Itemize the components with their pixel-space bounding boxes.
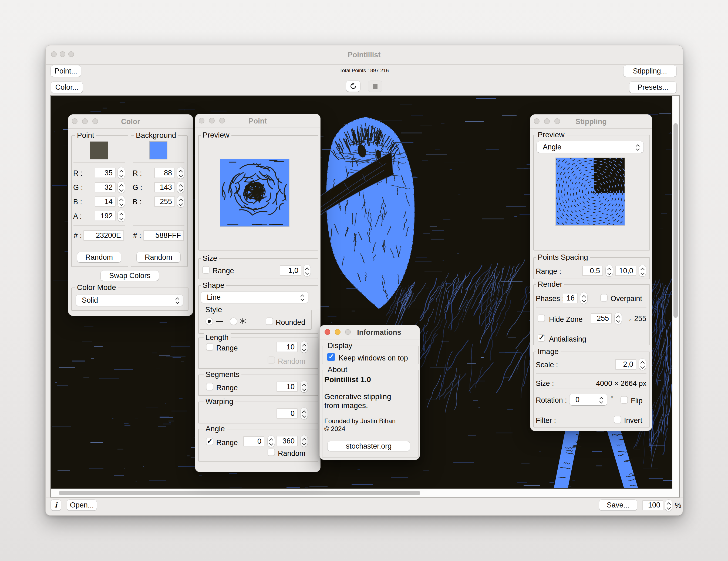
size-range-checkbox[interactable] [202, 266, 210, 273]
overpaint-checkbox[interactable] [600, 294, 608, 301]
refresh-button[interactable] [346, 81, 360, 92]
angle-min-input[interactable]: 0 [243, 436, 264, 446]
warping-input[interactable]: 0 [277, 408, 298, 419]
point-color-swatch[interactable] [90, 142, 108, 159]
hide-zone-checkbox[interactable] [538, 315, 545, 322]
background-hex-input[interactable]: 588FFF [143, 230, 184, 241]
angle-min-stepper[interactable] [268, 436, 275, 447]
point-b-stepper[interactable] [118, 196, 125, 207]
size-input[interactable]: 1,0 [280, 265, 301, 275]
stippling-button[interactable]: Stippling... [623, 65, 676, 77]
background-color-swatch[interactable] [150, 142, 167, 159]
point-titlebar[interactable]: Point [195, 114, 320, 128]
point-a-input[interactable]: 192 [95, 211, 116, 221]
divider [73, 162, 125, 163]
style-line-radio[interactable] [205, 318, 213, 325]
line-style-icon [216, 321, 223, 322]
presets-button[interactable]: Presets... [629, 82, 676, 93]
preview-mode-dropdown[interactable]: Angle [537, 141, 643, 153]
size-stepper[interactable] [304, 265, 311, 276]
background-random-button[interactable]: Random [137, 252, 180, 262]
background-b-stepper[interactable] [177, 196, 184, 207]
save-button[interactable]: Save... [599, 500, 637, 510]
swap-colors-button[interactable]: Swap Colors [101, 270, 159, 281]
hide-zone-stepper[interactable] [615, 313, 622, 324]
point-a-stepper[interactable] [118, 210, 125, 221]
scale-input[interactable]: 2,0 [615, 359, 636, 370]
antialiasing-checkbox[interactable] [538, 334, 545, 342]
flip-checkbox[interactable] [621, 396, 628, 404]
angle-max-input[interactable]: 360 [277, 436, 298, 446]
point-g-input[interactable]: 32 [95, 182, 116, 192]
panel-title: Informations [339, 328, 420, 337]
close-icon[interactable] [325, 329, 330, 335]
point-color-group-label: Point [75, 131, 96, 140]
angle-group-label: Angle [204, 425, 227, 433]
segments-input[interactable]: 10 [277, 382, 298, 392]
angle-max-stepper[interactable] [301, 435, 308, 447]
rotation-dropdown[interactable]: 0 [569, 394, 607, 405]
style-star-radio[interactable] [230, 318, 237, 325]
stop-button[interactable] [368, 81, 382, 92]
r-label: R : [133, 169, 142, 177]
length-group-label: Length [204, 333, 231, 342]
point-b-input[interactable]: 14 [95, 196, 116, 207]
background-b-input[interactable]: 255 [154, 196, 175, 207]
g-label: G : [73, 183, 83, 192]
length-stepper[interactable] [301, 341, 308, 353]
keep-on-top-checkbox[interactable] [327, 353, 335, 361]
points-spacing-group-label: Points Spacing [536, 253, 590, 261]
informations-titlebar[interactable]: Informations [320, 325, 420, 340]
color-titlebar[interactable]: Color [68, 115, 193, 129]
spacing-min-input[interactable]: 0,5 [582, 265, 603, 276]
length-range-label: Range [216, 344, 238, 353]
point-g-stepper[interactable] [118, 181, 125, 193]
zoom-input[interactable]: 100 [642, 500, 663, 510]
antialiasing-label: Antialiasing [549, 335, 586, 344]
divider [536, 328, 646, 328]
spacing-max-stepper[interactable] [639, 265, 646, 276]
info-button[interactable]: i [51, 500, 61, 510]
phases-input[interactable]: 16 [563, 293, 578, 303]
warping-stepper[interactable] [301, 408, 308, 419]
point-r-input[interactable]: 35 [95, 168, 116, 178]
stop-icon [373, 84, 378, 89]
window-title: Pointillist [46, 51, 683, 59]
length-range-checkbox[interactable] [206, 343, 213, 351]
length-random-checkbox[interactable] [268, 357, 275, 364]
background-r-stepper[interactable] [177, 167, 184, 179]
background-g-stepper[interactable] [177, 181, 184, 193]
hide-zone-input[interactable]: 255 [591, 313, 612, 324]
desktop: Pointillist Point... Color... Total Poin… [0, 0, 728, 561]
shape-dropdown[interactable]: Line [201, 292, 308, 303]
segments-stepper[interactable] [301, 381, 308, 392]
rounded-checkbox[interactable] [266, 318, 273, 325]
v-scrollbar-thumb[interactable] [673, 123, 678, 318]
phases-stepper[interactable] [580, 293, 587, 304]
angle-random-label: Random [278, 449, 305, 458]
color-mode-dropdown[interactable]: Solid [76, 295, 183, 306]
zoom-stepper[interactable] [665, 500, 672, 511]
website-button[interactable]: stochaster.org [328, 441, 410, 451]
main-titlebar[interactable]: Pointillist [46, 45, 683, 65]
point-hex-input[interactable]: 23200E [83, 230, 124, 241]
point-random-button[interactable]: Random [77, 252, 121, 262]
background-g-input[interactable]: 143 [154, 182, 175, 192]
segments-range-checkbox[interactable] [206, 383, 213, 390]
color-button[interactable]: Color... [51, 82, 83, 93]
background-r-input[interactable]: 88 [154, 168, 175, 178]
angle-range-checkbox[interactable] [206, 438, 213, 445]
spacing-max-input[interactable]: 10,0 [615, 265, 636, 276]
scale-stepper[interactable] [639, 359, 646, 370]
angle-random-checkbox[interactable] [268, 449, 275, 456]
size-value: 4000 × 2664 px [571, 380, 646, 388]
invert-checkbox[interactable] [614, 416, 621, 423]
color-panel-window: Color Point R : 35 G : 32 B : 14 A : 192… [68, 114, 193, 316]
spacing-min-stepper[interactable] [606, 265, 613, 276]
point-r-stepper[interactable] [118, 167, 125, 179]
h-scrollbar-thumb[interactable] [59, 491, 420, 495]
open-button[interactable]: Open... [67, 500, 97, 510]
stippling-titlebar[interactable]: Stippling [530, 115, 652, 129]
length-input[interactable]: 10 [277, 342, 298, 352]
info-icon: i [55, 501, 57, 509]
